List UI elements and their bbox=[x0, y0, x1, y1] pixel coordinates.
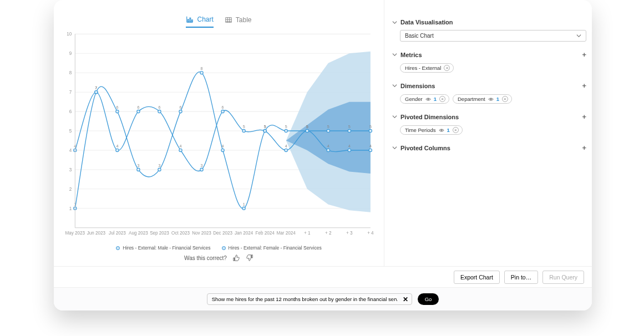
svg-text:3: 3 bbox=[158, 163, 160, 168]
chip-dimension[interactable]: Gender 1 × bbox=[400, 94, 449, 104]
chip-count: 1 bbox=[447, 127, 450, 133]
svg-point-55 bbox=[285, 129, 287, 132]
clear-query-icon[interactable]: ✕ bbox=[403, 296, 408, 303]
tab-table-label: Table bbox=[236, 16, 252, 24]
svg-text:5: 5 bbox=[348, 124, 351, 129]
svg-text:+ 2: + 2 bbox=[325, 231, 332, 236]
svg-text:6: 6 bbox=[116, 105, 118, 110]
chevron-down-icon bbox=[576, 33, 581, 38]
svg-point-59 bbox=[327, 129, 329, 132]
svg-point-93 bbox=[369, 149, 372, 151]
svg-point-73 bbox=[158, 110, 161, 113]
chip-metric[interactable]: Hires - External × bbox=[400, 63, 454, 73]
eye-icon bbox=[425, 96, 431, 102]
pivoted-dimensions-chips: Time Periods 1 × bbox=[400, 125, 586, 135]
svg-point-39 bbox=[116, 110, 119, 113]
legend-dot-icon bbox=[222, 246, 226, 250]
svg-text:4: 4 bbox=[327, 144, 329, 149]
tab-chart[interactable]: Chart bbox=[186, 16, 213, 28]
svg-text:7: 7 bbox=[69, 90, 72, 95]
legend-label: Hires - External: Male - Financial Servi… bbox=[123, 245, 210, 251]
svg-text:3: 3 bbox=[137, 163, 139, 168]
chip-remove-icon[interactable]: × bbox=[439, 96, 445, 102]
legend-item: Hires - External: Female - Financial Ser… bbox=[222, 245, 322, 251]
eye-icon bbox=[439, 128, 444, 133]
svg-text:6: 6 bbox=[158, 105, 160, 110]
svg-text:6: 6 bbox=[69, 109, 72, 114]
app-card: Chart Table 12345678910May 2023Jun 2023J… bbox=[54, 0, 592, 310]
section-metrics[interactable]: Metrics + bbox=[392, 50, 586, 59]
chip-dimension[interactable]: Department 1 × bbox=[453, 94, 512, 104]
section-data-visualisation[interactable]: Data Visualisation bbox=[392, 19, 586, 26]
svg-text:Oct 2023: Oct 2023 bbox=[171, 231, 190, 236]
section-title: Data Visualisation bbox=[400, 19, 453, 26]
add-dimension-button[interactable]: + bbox=[582, 82, 586, 90]
chip-label: Department bbox=[458, 96, 485, 102]
svg-point-81 bbox=[242, 129, 245, 132]
section-title: Pivoted Dimensions bbox=[400, 114, 459, 120]
svg-point-51 bbox=[242, 207, 245, 210]
svg-point-47 bbox=[200, 72, 203, 74]
metrics-chips: Hires - External × bbox=[400, 63, 586, 73]
pin-to-button[interactable]: Pin to… bbox=[504, 271, 538, 284]
svg-text:Jul 2023: Jul 2023 bbox=[109, 231, 126, 236]
thumbs-up-icon[interactable] bbox=[232, 254, 240, 262]
svg-text:2: 2 bbox=[69, 187, 72, 192]
svg-text:9: 9 bbox=[69, 51, 72, 56]
main-row: Chart Table 12345678910May 2023Jun 2023J… bbox=[54, 0, 592, 266]
svg-point-83 bbox=[263, 129, 266, 132]
svg-text:4: 4 bbox=[116, 144, 118, 149]
svg-point-79 bbox=[221, 110, 224, 113]
chevron-down-icon bbox=[392, 114, 397, 119]
config-sidebar: Data Visualisation Basic Chart Metrics +… bbox=[384, 0, 592, 266]
add-pivoted-column-button[interactable]: + bbox=[582, 144, 586, 152]
svg-text:4: 4 bbox=[69, 148, 72, 153]
svg-text:8: 8 bbox=[69, 70, 72, 75]
chevron-down-icon bbox=[392, 145, 397, 150]
visualisation-dropdown[interactable]: Basic Chart bbox=[400, 30, 586, 42]
chip-count: 1 bbox=[496, 96, 499, 102]
chevron-down-icon bbox=[392, 83, 397, 88]
feedback-row: Was this correct? bbox=[62, 254, 376, 262]
chip-remove-icon[interactable]: × bbox=[502, 96, 508, 102]
chevron-down-icon bbox=[392, 52, 397, 57]
section-pivoted-columns[interactable]: Pivoted Columns + bbox=[392, 144, 586, 152]
view-tabs: Chart Table bbox=[62, 16, 376, 28]
section-title: Dimensions bbox=[400, 83, 435, 89]
svg-text:4: 4 bbox=[348, 144, 351, 149]
chip-remove-icon[interactable]: × bbox=[453, 127, 459, 133]
run-query-button[interactable]: Run Query bbox=[542, 271, 584, 284]
svg-text:5: 5 bbox=[69, 129, 72, 134]
section-dimensions[interactable]: Dimensions + bbox=[392, 82, 586, 90]
svg-point-71 bbox=[137, 110, 140, 113]
svg-point-69 bbox=[116, 149, 119, 151]
svg-text:10: 10 bbox=[67, 32, 72, 37]
svg-text:+ 4: + 4 bbox=[367, 231, 374, 236]
svg-text:1: 1 bbox=[69, 206, 72, 211]
query-input[interactable] bbox=[212, 296, 397, 302]
legend-dot-icon bbox=[116, 246, 120, 250]
export-chart-button[interactable]: Export Chart bbox=[454, 271, 500, 284]
add-pivoted-dimension-button[interactable]: + bbox=[582, 113, 586, 121]
action-bar: Export Chart Pin to… Run Query bbox=[54, 266, 592, 287]
chart-legend: Hires - External: Male - Financial Servi… bbox=[62, 245, 376, 251]
chip-pivoted-dimension[interactable]: Time Periods 1 × bbox=[400, 125, 463, 135]
section-title: Pivoted Columns bbox=[400, 145, 450, 151]
svg-text:5: 5 bbox=[243, 124, 245, 129]
svg-text:5: 5 bbox=[369, 124, 372, 129]
svg-text:5: 5 bbox=[285, 124, 287, 129]
tab-table[interactable]: Table bbox=[225, 16, 252, 28]
chip-remove-icon[interactable]: × bbox=[444, 65, 450, 71]
svg-text:Aug 2023: Aug 2023 bbox=[129, 231, 148, 236]
svg-text:+ 3: + 3 bbox=[346, 231, 353, 236]
svg-point-75 bbox=[179, 149, 182, 151]
add-metric-button[interactable]: + bbox=[582, 50, 586, 59]
thumbs-down-icon[interactable] bbox=[246, 254, 253, 262]
go-button[interactable]: Go bbox=[418, 293, 439, 305]
svg-text:3: 3 bbox=[69, 167, 72, 172]
svg-point-87 bbox=[306, 129, 308, 132]
svg-text:Mar 2024: Mar 2024 bbox=[277, 231, 296, 236]
section-pivoted-dimensions[interactable]: Pivoted Dimensions + bbox=[392, 113, 586, 121]
svg-text:4: 4 bbox=[180, 144, 182, 149]
chart-area: 12345678910May 2023Jun 2023Jul 2023Aug 2… bbox=[62, 29, 376, 244]
